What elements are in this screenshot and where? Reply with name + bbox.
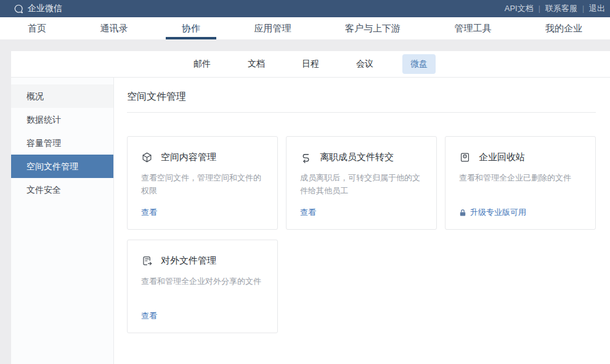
card-description: 查看和管理全企业已删除的文件 [459, 171, 582, 184]
nav-item-my-company[interactable]: 我的企业 [545, 17, 582, 39]
wedrive-sidebar: 概况 数据统计 容量管理 空间文件管理 文件安全 [11, 78, 114, 364]
subtab-meeting[interactable]: 会议 [348, 54, 381, 74]
panel-body: 概况 数据统计 容量管理 空间文件管理 文件安全 空间文件管理 [11, 78, 610, 364]
card-description: 查看和管理全企业对外分享的文件 [141, 275, 264, 288]
page-background: 邮件 文档 日程 会议 微盘 概况 数据统计 容量管理 空间文件管理 文件安全 … [0, 39, 610, 364]
card-head: 空间内容管理 [141, 152, 264, 163]
topbar-separator: | [539, 4, 540, 13]
subtab-mail[interactable]: 邮件 [185, 54, 219, 74]
nav-item-management-tools[interactable]: 管理工具 [455, 17, 492, 39]
recycle-bin-icon [459, 152, 471, 163]
title-divider [127, 112, 596, 113]
sidebar-item-capacity-management[interactable]: 容量管理 [11, 131, 113, 155]
transfer-arrow-icon [300, 152, 312, 163]
nav-item-collaboration[interactable]: 协作 [182, 17, 200, 39]
card-head: 对外文件管理 [141, 255, 264, 267]
nav-item-app-management[interactable]: 应用管理 [254, 17, 291, 39]
subtab-wedrive[interactable]: 微盘 [402, 54, 436, 74]
brand: 企业微信 [14, 3, 62, 14]
card-title: 离职成员文件转交 [320, 152, 394, 163]
brand-label: 企业微信 [28, 3, 62, 14]
view-link[interactable]: 查看 [141, 207, 157, 218]
card-title: 企业回收站 [479, 152, 525, 163]
sidebar-item-overview[interactable]: 概况 [11, 84, 113, 108]
sidebar-item-data-statistics[interactable]: 数据统计 [11, 108, 113, 131]
collaboration-subtabs: 邮件 文档 日程 会议 微盘 [11, 51, 610, 78]
card-title: 对外文件管理 [161, 255, 216, 267]
subtab-docs[interactable]: 文档 [240, 54, 273, 74]
cube-icon [141, 152, 153, 163]
card-head: 离职成员文件转交 [300, 152, 423, 163]
contact-support-link[interactable]: 联系客服 [545, 3, 577, 14]
file-share-icon [141, 255, 153, 267]
view-link[interactable]: 查看 [300, 207, 316, 218]
wechat-work-logo-icon [14, 4, 24, 14]
card-description: 查看空间文件，管理空间和文件的权限 [141, 171, 264, 198]
view-link[interactable]: 查看 [141, 310, 157, 322]
main-content: 空间文件管理 空间内容管理 [114, 78, 610, 364]
card-space-content-management: 空间内容管理 查看空间文件，管理空间和文件的权限 查看 [127, 136, 278, 230]
topbar: 企业微信 API文档 | 联系客服 | 退出 [0, 0, 610, 17]
upgrade-pro-label: 升级专业版可用 [470, 207, 526, 218]
card-external-file-management: 对外文件管理 查看和管理全企业对外分享的文件 查看 [127, 240, 278, 333]
card-company-recycle-bin: 企业回收站 查看和管理全企业已删除的文件 升级专业版可用 [445, 136, 596, 230]
card-title: 空间内容管理 [161, 152, 216, 163]
upgrade-pro-link[interactable]: 升级专业版可用 [459, 207, 526, 218]
lock-icon [459, 209, 466, 217]
nav-item-home[interactable]: 首页 [28, 17, 46, 39]
topbar-links: API文档 | 联系客服 | 退出 [505, 3, 605, 14]
card-resigned-member-file-transfer: 离职成员文件转交 成员离职后，可转交归属于他的文件给其他员工 查看 [286, 136, 437, 230]
nav-item-customers-upstream-downstream[interactable]: 客户与上下游 [345, 17, 401, 39]
sidebar-item-file-security[interactable]: 文件安全 [11, 178, 113, 201]
subtab-schedule[interactable]: 日程 [294, 54, 327, 74]
content-panel: 邮件 文档 日程 会议 微盘 概况 数据统计 容量管理 空间文件管理 文件安全 … [11, 51, 610, 364]
card-description: 成员离职后，可转交归属于他的文件给其他员工 [300, 171, 423, 198]
sidebar-item-space-file-management[interactable]: 空间文件管理 [11, 155, 113, 178]
main-nav: 首页 通讯录 协作 应用管理 客户与上下游 管理工具 我的企业 [0, 17, 610, 39]
topbar-separator: | [582, 4, 584, 13]
nav-item-contacts[interactable]: 通讯录 [100, 17, 128, 39]
api-docs-link[interactable]: API文档 [505, 3, 534, 14]
page-title: 空间文件管理 [127, 91, 596, 103]
feature-cards: 空间内容管理 查看空间文件，管理空间和文件的权限 查看 [127, 136, 596, 333]
card-head: 企业回收站 [459, 152, 582, 163]
logout-link[interactable]: 退出 [589, 3, 605, 14]
